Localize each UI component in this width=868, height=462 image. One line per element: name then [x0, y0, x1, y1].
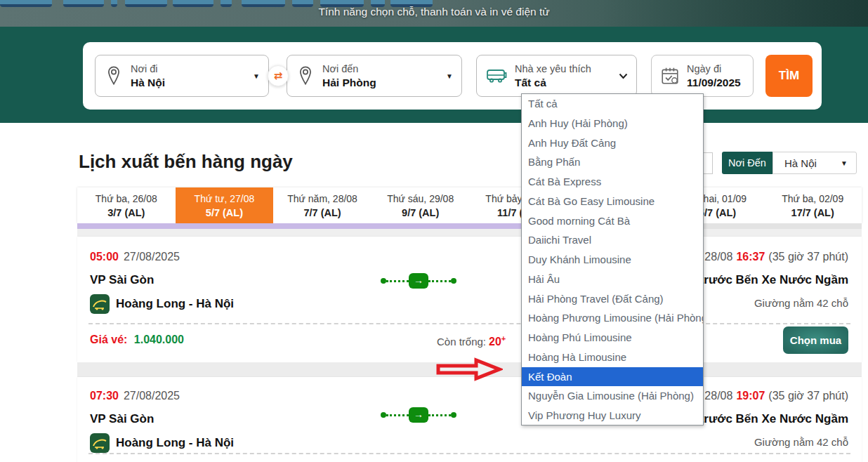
search-panel: Nơi đi Hà Nội ▼ ⇄ Nơi đến Hải Phòng ▼ [83, 42, 822, 110]
tab-day: Thứ sáu, 29/08 [387, 193, 454, 204]
from-value: Hà Nội [131, 77, 246, 89]
hoang-long-logo [90, 433, 110, 453]
date-tabbar: Thứ ba, 26/083/7 (AL) Thứ tư, 27/085/7 (… [77, 187, 862, 223]
route-arrow-icon: → [409, 407, 428, 423]
location-pin-icon [296, 65, 315, 86]
operator-label: Nhà xe yêu thích [515, 63, 612, 74]
from-label: Nơi đi [131, 63, 246, 74]
arrive-date: 28/08 [704, 390, 732, 402]
operator-option[interactable]: Anh Huy Đất Cảng [522, 133, 703, 153]
trip-duration: (35 giờ 37 phút) [768, 390, 848, 402]
route-start-dot [381, 412, 386, 418]
price-value: 1.040.000 [134, 334, 184, 345]
seat-type: Giường nằm 42 chỗ [754, 297, 848, 309]
arrival-info: 28/08 19:07 (35 giờ 37 phút) [704, 390, 848, 402]
buy-button[interactable]: Chọn mua [783, 326, 848, 354]
destination-filter-select[interactable]: Hà Nội ▼ [772, 152, 857, 174]
operator-row: Hoàng Long - Hà Nội [90, 294, 234, 314]
operator-option[interactable]: Kết Đoàn [522, 367, 703, 387]
tab-lunar: 9/7 (AL) [402, 207, 439, 218]
tab-lunar: 17/7 (AL) [791, 207, 834, 218]
destination-point: ng trước Bến Xe Nước Ngầm [682, 273, 848, 287]
hoang-long-logo [90, 294, 110, 314]
trip-duration: (35 giờ 37 phút) [768, 251, 848, 263]
operator-option[interactable]: Anh Huy (Hải Phòng) [522, 114, 703, 133]
destination-filter-label: Nơi Đến [722, 152, 772, 174]
route-end-dot [451, 278, 456, 284]
date-tab[interactable]: Thứ ba, 02/0917/7 (AL) [763, 187, 862, 223]
date-tab[interactable]: Thứ sáu, 29/089/7 (AL) [371, 187, 470, 223]
bus-icon [485, 67, 508, 85]
operator-option[interactable]: Duy Khánh Limousine [522, 250, 703, 270]
date-tab[interactable]: Thứ tư, 27/085/7 (AL) [176, 187, 274, 223]
price-label: Giá vé: [90, 334, 127, 345]
operator-value: Tất cả [515, 77, 612, 89]
search-button[interactable]: TÌM [765, 55, 813, 97]
seats-count: 20 [489, 336, 501, 348]
operator-option[interactable]: Hoàng Phương Limousine (Hải Phòng) [522, 308, 703, 328]
depart-date: 27/08/2025 [124, 390, 180, 402]
operator-name: Hoàng Long - Hà Nội [116, 436, 234, 450]
operator-option[interactable]: Bằng Phấn [522, 152, 703, 172]
depart-date: 27/08/2025 [124, 251, 180, 263]
origin-point: VP Sài Gòn [90, 412, 154, 426]
operator-field[interactable]: Nhà xe yêu thích Tất cả [476, 55, 637, 97]
route-start-dot [381, 278, 386, 284]
to-value: Hải Phòng [322, 77, 439, 89]
seats-plus: + [501, 334, 506, 343]
tab-lunar: 3/7 (AL) [107, 207, 145, 218]
operator-row: Hoàng Long - Hà Nội [90, 433, 234, 453]
operator-option[interactable]: Good morning Cát Bà [522, 211, 703, 231]
route-dotted-line [386, 280, 409, 282]
seat-type: Giường nằm 42 chỗ [754, 436, 848, 448]
swap-locations-button[interactable]: ⇄ [268, 65, 289, 86]
caret-down-icon: ▼ [841, 159, 848, 167]
date-tab[interactable]: Thứ năm, 28/087/7 (AL) [273, 187, 371, 223]
location-pin-icon [104, 65, 124, 86]
operator-option[interactable]: Hải Phòng Travel (Đất Cảng) [522, 289, 703, 309]
operator-option[interactable]: Vip Phương Huy Luxury [522, 406, 703, 425]
availability: Còn trống:20+ [437, 334, 506, 348]
origin-point: VP Sài Gòn [90, 273, 154, 287]
route-end-dot [451, 412, 456, 418]
arrive-time: 16:37 [736, 251, 765, 263]
tab-day: Thứ ba, 02/09 [782, 193, 843, 204]
operator-option[interactable]: Cát Bà Go Easy Limousine [522, 192, 703, 211]
from-field[interactable]: Nơi đi Hà Nội ▼ [95, 55, 269, 97]
operator-option[interactable]: Cát Bà Express [522, 172, 703, 192]
date-tab[interactable]: Thứ ba, 26/083/7 (AL) [77, 187, 176, 223]
destination-point: ng trước Bến Xe Nước Ngầm [682, 412, 848, 426]
chevron-down-icon [619, 73, 628, 79]
operator-option[interactable]: Hải Âu [522, 270, 703, 289]
departure-info: 05:00 27/08/2025 [90, 251, 180, 263]
caret-down-icon: ▼ [253, 72, 260, 80]
depart-time: 05:00 [90, 251, 119, 263]
operator-option[interactable]: Nguyễn Gia Limousine (Hải Phòng) [522, 386, 703, 406]
operator-dropdown: Tất cả Anh Huy (Hải Phòng) Anh Huy Đất C… [521, 93, 704, 425]
page-title: Lịch xuất bến hàng ngày [79, 151, 293, 173]
departure-info: 07:30 27/08/2025 [90, 390, 180, 402]
tab-day: Thứ ba, 26/08 [96, 193, 157, 204]
arrive-time: 19:07 [736, 390, 765, 402]
caret-down-icon: ▼ [446, 72, 453, 80]
operator-option[interactable]: Hoàng Hà Limousine [522, 348, 703, 367]
route-arrow-icon: → [409, 273, 428, 289]
divider [88, 453, 850, 454]
banner-tagline: Tính năng chọn chỗ, thanh toán và in vé … [0, 6, 868, 18]
divider [88, 323, 850, 324]
depart-time: 07:30 [90, 390, 119, 402]
date-field[interactable]: Ngày đi 11/09/2025 [651, 55, 754, 97]
operator-option[interactable]: Daiichi Travel [522, 230, 703, 250]
calendar-icon [660, 66, 680, 86]
trip-row: 05:00 27/08/2025 VP Sài Gòn Hoàng Long -… [77, 237, 862, 362]
to-label: Nơi đến [322, 63, 439, 74]
operator-option[interactable]: Tất cả [522, 94, 703, 114]
to-field[interactable]: Nơi đến Hải Phòng ▼ [287, 55, 462, 97]
route-dotted-line [428, 414, 451, 416]
route-graphic: → [381, 407, 456, 423]
operator-name: Hoàng Long - Hà Nội [116, 297, 234, 311]
operator-option[interactable]: Hoàng Phú Limousine [522, 328, 703, 348]
arrival-info: 28/08 16:37 (35 giờ 37 phút) [704, 251, 848, 263]
top-banner: Tính năng chọn chỗ, thanh toán và in vé … [0, 0, 868, 27]
tab-lunar: 7/7 (AL) [303, 207, 341, 218]
